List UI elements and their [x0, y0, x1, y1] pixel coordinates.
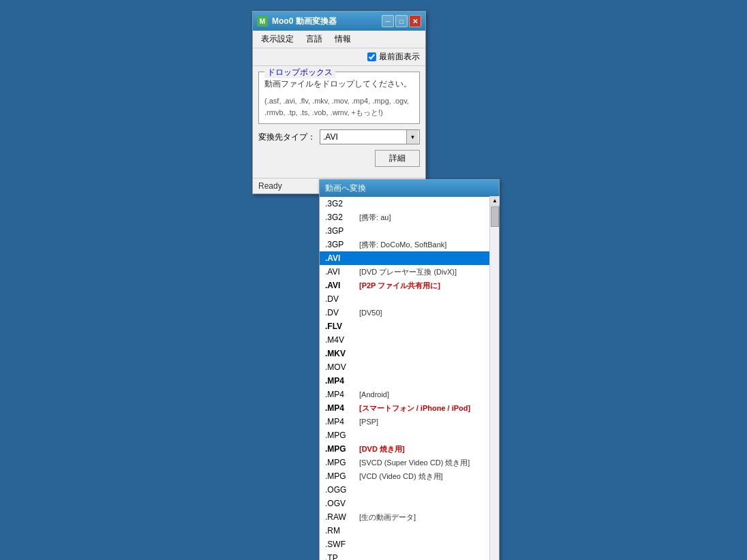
close-button[interactable]: ✕	[409, 15, 421, 27]
dropdown-item[interactable]: .3GP	[320, 224, 489, 238]
dropdown-item[interactable]: .FLV	[320, 320, 489, 333]
main-window: M Moo0 動画変換器 ─ □ ✕ 表示設定 言語 情報 最前面表示 ドロップ…	[252, 11, 426, 194]
menu-display-settings[interactable]: 表示設定	[256, 32, 299, 46]
always-on-top-toggle[interactable]: 最前面表示	[367, 51, 420, 63]
main-content: ドロップボックス 動画ファイルをドロップしてください。 (.asf, .avi,…	[253, 66, 425, 178]
dropdown-scrollbar[interactable]: ▲	[489, 196, 499, 560]
drop-box[interactable]: ドロップボックス 動画ファイルをドロップしてください。 (.asf, .avi,…	[258, 72, 420, 124]
dropdown-item[interactable]: .RM	[320, 524, 489, 538]
dropdown-item[interactable]: .RAW[生の動画データ]	[320, 510, 489, 524]
always-on-top-label: 最前面表示	[379, 51, 420, 63]
drop-box-instruction: 動画ファイルをドロップしてください。	[264, 78, 414, 90]
scrollbar-thumb[interactable]	[491, 206, 499, 227]
dropdown-item[interactable]: .MOV	[320, 360, 489, 374]
dropdown-item[interactable]: .AVI[DVD プレーヤー互換 (DivX)]	[320, 265, 489, 279]
dropdown-item[interactable]: .MPG[SVCD (Super Video CD) 焼き用]	[320, 456, 489, 469]
drop-box-formats: (.asf, .avi, .flv, .mkv, .mov, .mp4, .mp…	[264, 95, 414, 118]
dropdown-item[interactable]: .AVI[P2P ファイル共有用に]	[320, 279, 489, 292]
dropdown-item[interactable]: .OGG	[320, 483, 489, 497]
window-title: Moo0 動画変換器	[272, 16, 382, 27]
restore-button[interactable]: □	[395, 15, 408, 27]
dropdown-list[interactable]: .3G2.3G2[携帯: au].3GP.3GP[携帯: DoCoMo, Sof…	[320, 197, 499, 560]
dropdown-item[interactable]: .M4V	[320, 333, 489, 347]
minimize-button[interactable]: ─	[382, 15, 394, 27]
convert-type-wrapper: .AVI ▼	[320, 129, 420, 144]
dropdown-item[interactable]: .SWF	[320, 538, 489, 551]
dropdown-item[interactable]: .OGV	[320, 497, 489, 510]
status-text: Ready	[258, 181, 282, 191]
app-icon: M	[257, 16, 268, 27]
dropdown-item[interactable]: .MPG[DVD 焼き用]	[320, 442, 489, 456]
menu-info[interactable]: 情報	[329, 32, 356, 46]
dropdown-item[interactable]: .DV	[320, 292, 489, 306]
dropdown-item[interactable]: .MKV	[320, 347, 489, 360]
dropdown-item[interactable]: .MPG	[320, 429, 489, 442]
dropdown-header: 動画へ変換	[320, 180, 499, 197]
window-controls: ─ □ ✕	[382, 15, 421, 27]
dropdown-item[interactable]: .MP4	[320, 374, 489, 388]
title-bar: M Moo0 動画変換器 ─ □ ✕	[253, 12, 425, 31]
dropdown-item[interactable]: .DV[DV50]	[320, 306, 489, 320]
dropdown-item[interactable]: .AVI	[320, 251, 489, 265]
dropdown-item[interactable]: .3G2	[320, 197, 489, 211]
dropdown-item[interactable]: .MP4[スマートフォン / iPhone / iPod]	[320, 401, 489, 415]
convert-type-row: 変換先タイプ： .AVI ▼	[258, 129, 420, 144]
dropdown-item[interactable]: .3G2[携帯: au]	[320, 211, 489, 224]
always-on-top-checkbox[interactable]	[367, 52, 376, 61]
scrollbar-up-button[interactable]: ▲	[490, 196, 500, 206]
menu-language[interactable]: 言語	[301, 32, 328, 46]
menu-bar: 表示設定 言語 情報	[253, 31, 425, 48]
detail-btn-row: 詳細	[258, 150, 420, 167]
convert-type-label: 変換先タイプ：	[258, 131, 316, 143]
toolbar-bar: 最前面表示	[253, 48, 425, 66]
detail-button[interactable]: 詳細	[375, 150, 420, 167]
dropdown-item[interactable]: .MP4[PSP]	[320, 415, 489, 429]
dropdown-item[interactable]: .MPG[VCD (Video CD) 焼き用]	[320, 469, 489, 483]
dropdown-item[interactable]: .TP	[320, 551, 489, 560]
convert-type-select[interactable]: .AVI	[320, 129, 420, 144]
drop-box-legend: ドロップボックス	[264, 67, 335, 78]
dropdown-item[interactable]: .MP4[Android]	[320, 388, 489, 401]
dropdown-popup: 動画へ変換 .3G2.3G2[携帯: au].3GP.3GP[携帯: DoCoM…	[319, 179, 500, 560]
dropdown-item[interactable]: .3GP[携帯: DoCoMo, SoftBank]	[320, 238, 489, 251]
dropdown-title: 動画へ変換	[325, 183, 366, 194]
